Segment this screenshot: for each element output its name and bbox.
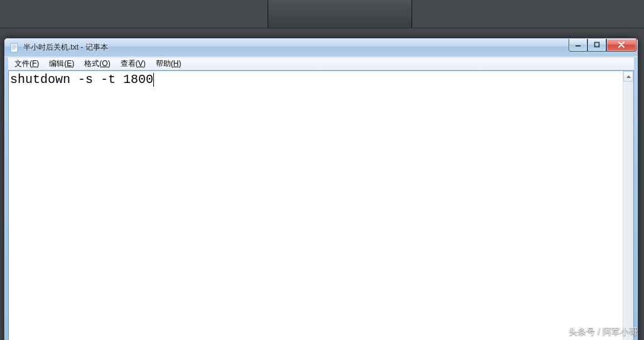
- scroll-up-button[interactable]: [623, 71, 633, 82]
- scroll-track[interactable]: [623, 82, 633, 340]
- watermark-text: 头条号 / 阿军小哥: [569, 326, 638, 337]
- maximize-button[interactable]: [587, 39, 606, 52]
- svg-rect-5: [576, 45, 581, 47]
- window-title: 半小时后关机.txt - 记事本: [23, 42, 569, 53]
- text-caret: [153, 73, 154, 87]
- menu-format[interactable]: 格式(O): [79, 57, 115, 70]
- menu-help[interactable]: 帮助(H): [151, 57, 187, 70]
- svg-rect-6: [595, 43, 599, 47]
- notepad-icon: [9, 43, 19, 53]
- background-tab-outline: [268, 0, 412, 28]
- menubar: 文件(F) 编辑(E) 格式(O) 查看(V) 帮助(H): [8, 57, 634, 70]
- titlebar[interactable]: 半小时后关机.txt - 记事本: [4, 38, 638, 57]
- menu-file[interactable]: 文件(F): [9, 57, 44, 70]
- menu-edit[interactable]: 编辑(E): [44, 57, 79, 70]
- client-area: shutdown -s -t 1800: [8, 70, 634, 340]
- notepad-window: 半小时后关机.txt - 记事本 文件(F) 编辑(E) 格式(O) 查看(V)…: [4, 38, 638, 340]
- text-editor[interactable]: shutdown -s -t 1800: [9, 71, 623, 340]
- window-controls: [569, 39, 636, 52]
- background-separator: [0, 28, 644, 29]
- minimize-button[interactable]: [569, 39, 587, 52]
- menu-view[interactable]: 查看(V): [116, 57, 151, 70]
- vertical-scrollbar[interactable]: [623, 71, 633, 340]
- close-button[interactable]: [606, 39, 636, 52]
- editor-text: shutdown -s -t 1800: [10, 72, 153, 87]
